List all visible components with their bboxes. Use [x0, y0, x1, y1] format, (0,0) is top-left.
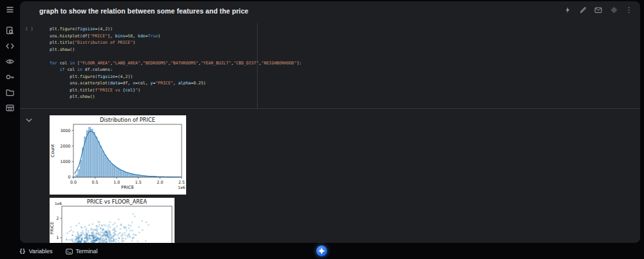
cell-toolbar: ⋮ [564, 6, 632, 14]
output-area: Distribution of PRICE01000200030000.00.5… [20, 109, 640, 243]
braces-icon: {} [19, 249, 26, 254]
code-line: plt.title("Distribution of PRICE") [50, 39, 640, 46]
run-cell-indicator[interactable]: ( ) [25, 26, 33, 32]
svg-text:Count: Count [50, 144, 55, 158]
cell-title: graph to show the relation between some … [39, 7, 631, 15]
file-search-icon[interactable] [5, 25, 15, 35]
svg-text:0.5: 0.5 [92, 180, 99, 184]
menu-icon[interactable] [5, 5, 15, 15]
svg-text:1.0: 1.0 [113, 180, 120, 184]
status-bar: {} Variables Terminal [0, 244, 644, 259]
svg-text:Distribution of PRICE: Distribution of PRICE [100, 117, 155, 123]
svg-text:0: 0 [68, 175, 70, 179]
ai-assistant-button[interactable] [316, 245, 327, 256]
cell-header: graph to show the relation between some … [20, 1, 640, 19]
code-icon[interactable] [5, 41, 15, 51]
terminal-button[interactable]: Terminal [66, 248, 98, 254]
svg-text:0.0: 0.0 [70, 180, 77, 184]
svg-text:2.0: 2.0 [156, 180, 163, 184]
svg-text:PRICE vs FLOOR_AREA: PRICE vs FLOOR_AREA [87, 198, 147, 205]
gemini-spark-icon [318, 247, 325, 254]
flash-icon[interactable] [564, 6, 571, 14]
variables-label: Variables [29, 248, 53, 254]
table-icon[interactable] [5, 102, 15, 113]
svg-text:3000: 3000 [60, 128, 70, 133]
code-line: for col in ["FLOOR_AREA","LAND_AREA","BE… [50, 60, 640, 67]
code-line: plt.show() [50, 93, 640, 101]
variables-button[interactable]: {} Variables [19, 248, 53, 254]
eye-icon[interactable] [5, 56, 15, 66]
output-chart-histogram: Distribution of PRICE01000200030000.00.5… [50, 115, 186, 195]
code-line: plt.figure(figsize=(4,2)) [50, 73, 640, 81]
svg-text:PRICE: PRICE [50, 222, 55, 235]
more-options-icon[interactable]: ⋮ [625, 6, 632, 14]
notebook-cell: graph to show the relation between some … [20, 1, 640, 243]
svg-text:PRICE: PRICE [121, 185, 134, 190]
key-icon[interactable] [5, 72, 15, 82]
svg-text:1000: 1000 [60, 159, 70, 164]
code-line: sns.histplot(df["PRICE"], bins=50, kde=T… [50, 33, 640, 40]
svg-text:1: 1 [56, 235, 59, 240]
svg-text:1e6: 1e6 [55, 202, 62, 206]
code-line: plt.title(f"PRICE vs {col}") [50, 87, 640, 94]
settings-icon[interactable] [610, 6, 618, 14]
svg-text:2000: 2000 [60, 144, 70, 148]
code-line: plt.figure(figsize=(4,2)) [50, 26, 640, 33]
output-chart-scatter: PRICE vs FLOOR_AREA121e6PRICE [50, 198, 175, 243]
code-line: if col in df.columns: [50, 66, 640, 73]
svg-text:1e6: 1e6 [178, 185, 185, 189]
svg-text:1.5: 1.5 [135, 180, 142, 184]
collapse-output-chevron-icon[interactable] [26, 113, 32, 125]
terminal-icon [66, 249, 73, 254]
svg-text:2.5: 2.5 [178, 180, 185, 184]
code-line [50, 53, 640, 60]
code-line: sns.scatterplot(data=df, x=col, y="PRICE… [50, 80, 640, 87]
edit-icon[interactable] [579, 6, 587, 14]
mail-icon[interactable] [594, 6, 602, 14]
code-editor[interactable]: plt.figure(figsize=(4,2))sns.histplot(df… [50, 26, 640, 101]
code-line: plt.show() [50, 46, 640, 53]
code-cell: ( ) plt.figure(figsize=(4,2))sns.histplo… [20, 23, 640, 109]
svg-text:2: 2 [56, 216, 59, 220]
notebook-app: graph to show the relation between some … [0, 0, 644, 259]
folder-icon[interactable] [5, 87, 15, 97]
terminal-label: Terminal [76, 248, 98, 254]
sidebar [0, 0, 19, 244]
